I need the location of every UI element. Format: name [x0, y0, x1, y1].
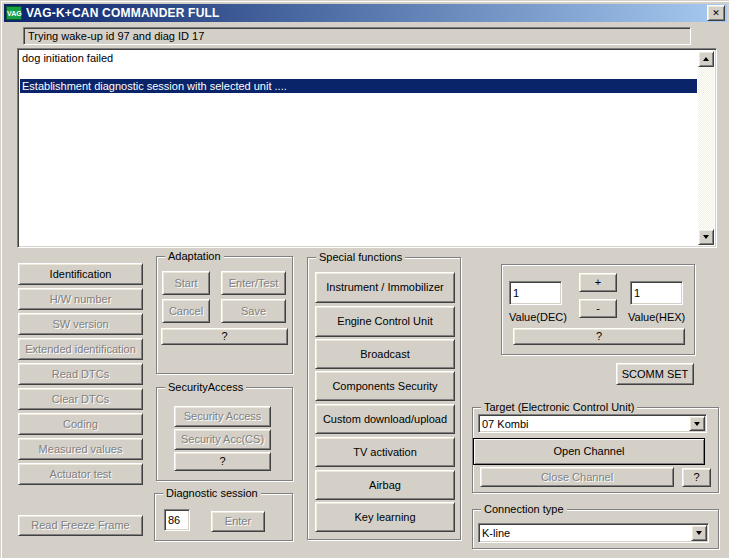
value-decrement-button[interactable]: - — [579, 299, 617, 318]
special-functions-group-label: Special functions — [316, 251, 405, 263]
app-icon: VAG — [6, 6, 22, 20]
target-ecu-dropdown[interactable]: 07 Kombi — [478, 414, 707, 433]
security-access-button[interactable]: Security Access — [174, 406, 271, 427]
connection-type-dropdown[interactable]: K-line — [478, 523, 709, 543]
special-functions-group: Special functions Instrument / Immobiliz… — [307, 257, 461, 540]
instrument-immobilizer-button[interactable]: Instrument / Immobilizer — [315, 272, 455, 303]
measured-values-button[interactable]: Measured values — [18, 438, 143, 460]
log-row[interactable] — [20, 65, 697, 79]
scrollbar-track[interactable] — [698, 67, 714, 229]
log-row-selected[interactable]: Establishment diagnostic session with se… — [20, 79, 697, 93]
custom-download-upload-button[interactable]: Custom download/upload — [315, 404, 455, 434]
down-arrow-icon — [703, 235, 709, 239]
tv-activation-button[interactable]: TV activation — [315, 437, 455, 467]
down-arrow-icon — [696, 531, 702, 535]
security-access-group: SecurityAccess Security Access Security … — [156, 387, 293, 481]
up-arrow-icon — [703, 57, 709, 61]
hw-number-button[interactable]: H/W number — [18, 288, 143, 310]
security-access-help-button[interactable]: ? — [174, 452, 271, 471]
actuator-test-button[interactable]: Actuator test — [18, 463, 143, 485]
security-access-cs-button[interactable]: Security Acc(CS) — [174, 429, 271, 450]
target-ecu-selected-value: 07 Kombi — [482, 416, 686, 431]
open-channel-button[interactable]: Open Channel — [473, 438, 705, 465]
connection-type-selected-value: K-line — [482, 525, 688, 541]
value-dec-label: Value(DEC) — [509, 311, 567, 323]
adaptation-enter-test-button[interactable]: Enter/Test — [221, 271, 286, 295]
identification-button[interactable]: Identification — [18, 263, 143, 285]
status-message: Trying wake-up id 97 and diag ID 17 — [23, 27, 691, 45]
adaptation-cancel-button[interactable]: Cancel — [162, 299, 210, 323]
vertical-scrollbar[interactable] — [698, 51, 714, 245]
log-listbox[interactable]: dog initiation failed Establishment diag… — [17, 48, 717, 248]
target-dropdown-arrow-icon[interactable] — [689, 416, 705, 431]
value-increment-button[interactable]: + — [579, 273, 617, 292]
diagnostic-session-group-label: Diagnostic session — [163, 487, 261, 499]
key-learning-button[interactable]: Key learning — [315, 502, 455, 532]
connection-type-group-label: Connection type — [481, 503, 567, 515]
target-help-button[interactable]: ? — [682, 468, 711, 487]
scomm-set-button[interactable]: SCOMM SET — [616, 363, 694, 385]
airbag-button[interactable]: Airbag — [315, 470, 455, 500]
scroll-up-icon[interactable] — [698, 51, 714, 67]
adaptation-help-button[interactable]: ? — [161, 328, 288, 345]
extended-identification-button[interactable]: Extended identification — [18, 338, 143, 360]
adaptation-save-button[interactable]: Save — [221, 299, 286, 323]
value-help-button[interactable]: ? — [513, 328, 685, 345]
title-bar[interactable]: VAG VAG-K+CAN COMMANDER FULL ✕ — [4, 4, 727, 22]
window-title: VAG-K+CAN COMMANDER FULL — [26, 6, 707, 20]
target-ecu-group: Target (Electronic Control Unit) 07 Komb… — [472, 407, 719, 493]
value-hex-label: Value(HEX) — [628, 311, 685, 323]
scroll-down-icon[interactable] — [698, 229, 714, 245]
adaptation-group: Adaptation Start Enter/Test Cancel Save … — [156, 256, 293, 374]
read-freeze-frame-button[interactable]: Read Freeze Frame — [18, 515, 143, 536]
log-row[interactable]: dog initiation failed — [20, 51, 697, 65]
read-dtcs-button[interactable]: Read DTCs — [18, 363, 143, 385]
target-ecu-group-label: Target (Electronic Control Unit) — [481, 401, 637, 413]
clear-dtcs-button[interactable]: Clear DTCs — [18, 388, 143, 410]
diagnostic-session-input[interactable] — [164, 509, 190, 531]
value-hex-input[interactable] — [630, 281, 683, 305]
adaptation-group-label: Adaptation — [165, 250, 224, 262]
value-panel: + - Value(DEC) Value(HEX) ? — [501, 264, 695, 355]
connection-dropdown-arrow-icon[interactable] — [691, 525, 707, 541]
engine-control-unit-button[interactable]: Engine Control Unit — [315, 306, 455, 337]
adaptation-start-button[interactable]: Start — [162, 271, 210, 295]
components-security-button[interactable]: Components Security — [315, 371, 455, 401]
security-access-group-label: SecurityAccess — [165, 381, 246, 393]
connection-type-group: Connection type K-line — [472, 509, 719, 549]
diagnostic-session-enter-button[interactable]: Enter — [211, 511, 265, 532]
coding-button[interactable]: Coding — [18, 413, 143, 435]
broadcast-button[interactable]: Broadcast — [315, 339, 455, 369]
close-channel-button[interactable]: Close Channel — [480, 467, 674, 487]
diagnostic-session-group: Diagnostic session Enter — [154, 493, 293, 541]
sw-version-button[interactable]: SW version — [18, 313, 143, 335]
app-window: VAG VAG-K+CAN COMMANDER FULL ✕ Trying wa… — [0, 0, 729, 558]
close-icon[interactable]: ✕ — [707, 5, 725, 21]
down-arrow-icon — [694, 422, 700, 426]
value-dec-input[interactable] — [509, 281, 562, 305]
